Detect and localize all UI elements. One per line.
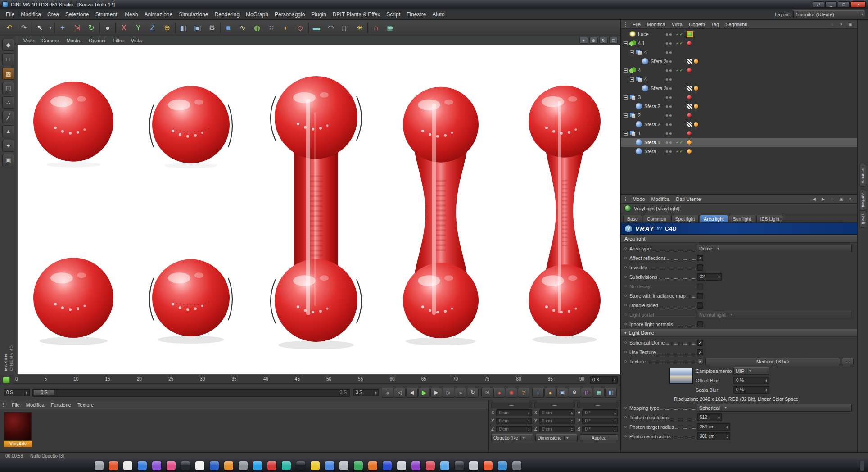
attribute-tab[interactable]: Sun light: [729, 215, 755, 222]
menu-item[interactable]: Personaggio: [271, 10, 308, 19]
lock-icon[interactable]: ▣: [838, 196, 845, 202]
selection-dropdown-icon[interactable]: ▾: [48, 21, 53, 35]
area-type-dropdown[interactable]: Dome: [697, 245, 852, 252]
attribute-tab[interactable]: IES Light: [756, 215, 784, 222]
expand-toggle[interactable]: [624, 95, 628, 100]
visibility-dots[interactable]: [666, 150, 672, 153]
team-render-icon[interactable]: P: [581, 388, 592, 398]
window-layout-button[interactable]: ⇄: [813, 1, 824, 8]
taskbar-app-icon[interactable]: [325, 461, 334, 470]
object-menu-item[interactable]: Modifica: [644, 21, 669, 28]
tag-icon[interactable]: [693, 104, 699, 109]
minimize-button[interactable]: _: [825, 1, 837, 8]
object-row[interactable]: 4 ✓✓: [621, 66, 857, 75]
size-field[interactable]: 0 cm: [539, 426, 575, 432]
object-menu-item[interactable]: Tag: [708, 21, 722, 28]
taskbar-app-icon[interactable]: [426, 461, 435, 470]
lock-x-icon[interactable]: X: [117, 21, 131, 35]
expand-toggle[interactable]: [630, 150, 634, 154]
visibility-dots[interactable]: [666, 33, 672, 36]
object-row[interactable]: 4: [621, 48, 857, 57]
tag-icon[interactable]: [693, 59, 699, 64]
expand-toggle[interactable]: [624, 132, 628, 136]
position-field[interactable]: 0 cm: [496, 418, 532, 424]
spline-pen-icon[interactable]: ∿: [236, 21, 249, 35]
size-field[interactable]: 0 cm: [539, 418, 575, 424]
taskbar-app-icon[interactable]: [239, 461, 248, 470]
boole-icon[interactable]: ◐: [279, 21, 293, 35]
scale-blur-field[interactable]: 0 %: [733, 386, 769, 394]
coords-size-dropdown[interactable]: Dimensione: [535, 434, 577, 441]
range-start-field[interactable]: 0 S: [4, 389, 30, 396]
play-icon[interactable]: ▶: [418, 388, 430, 398]
current-frame-marker[interactable]: [3, 377, 10, 383]
expand-toggle[interactable]: [630, 77, 634, 82]
taskbar-app-icon[interactable]: [109, 461, 118, 470]
render-picture-viewer-icon[interactable]: ▣: [191, 21, 204, 35]
panel-menu-icon[interactable]: ≡: [847, 196, 854, 202]
material-menu-item[interactable]: Funzione: [48, 401, 74, 408]
polygons-mode-icon[interactable]: ▲: [2, 125, 14, 137]
ignore-normals-checkbox[interactable]: [697, 321, 703, 327]
object-row[interactable]: 4: [621, 75, 857, 84]
history-back-icon[interactable]: ◀: [811, 196, 818, 202]
range-end-field[interactable]: 3 S: [353, 389, 379, 396]
texture-browse-button[interactable]: ...: [842, 358, 854, 365]
filter-icon[interactable]: ▾: [838, 21, 845, 27]
double-sided-checkbox[interactable]: [697, 302, 703, 309]
viewport-menu-item[interactable]: Filtro: [109, 37, 127, 44]
coords-header-dropdown[interactable]: —: [534, 402, 575, 408]
visibility-dots[interactable]: [666, 123, 672, 126]
texture-resolution-field[interactable]: 512: [697, 413, 722, 421]
menu-item[interactable]: MoGraph: [243, 10, 271, 19]
menu-item[interactable]: Plugin: [308, 10, 329, 19]
tag-icon[interactable]: [693, 86, 699, 91]
close-button[interactable]: ×: [850, 1, 866, 8]
taskbar-app-icon[interactable]: [455, 461, 464, 470]
taskbar-app-icon[interactable]: [411, 461, 420, 470]
camera-icon[interactable]: ◫: [339, 21, 352, 35]
expand-toggle[interactable]: [630, 141, 634, 145]
enable-checkmarks[interactable]: ✓✓: [676, 41, 683, 45]
live-selection-icon[interactable]: ↖: [33, 21, 47, 35]
dumbbell-object[interactable]: [271, 76, 362, 342]
tag-icon[interactable]: [687, 41, 692, 46]
texture-expand-button[interactable]: ▸: [697, 358, 704, 365]
object-row[interactable]: Sfera.2: [621, 57, 857, 66]
dock-tab[interactable]: Attributi: [860, 190, 866, 211]
instance-icon[interactable]: ◇: [294, 21, 307, 35]
sound-icon[interactable]: ⊘: [481, 388, 493, 398]
spherical-dome-checkbox[interactable]: ✓: [697, 340, 703, 346]
help-icon[interactable]: ?: [518, 388, 529, 398]
workplane-mode-icon[interactable]: ▤: [2, 82, 14, 94]
subdivisions-field[interactable]: 32: [697, 273, 722, 281]
preview-range-slider[interactable]: 0 S 3 S: [32, 389, 350, 397]
menu-item[interactable]: Strumenti: [92, 10, 122, 19]
panel-menu-icon[interactable]: ▣: [847, 21, 854, 27]
prev-key-icon[interactable]: ◁: [394, 388, 406, 398]
taskbar-app-icon[interactable]: [224, 461, 233, 470]
texture-preview-thumbnail[interactable]: [669, 368, 693, 384]
attribute-menu-item[interactable]: Modo: [629, 195, 648, 203]
title-bar[interactable]: CINEMA 4D R13.051 Studio - [Senza Titolo…: [0, 0, 868, 9]
content-browser-icon[interactable]: ▦: [593, 388, 605, 398]
taskbar-app-icon[interactable]: [498, 461, 507, 470]
dock-tab[interactable]: Livelli: [860, 210, 866, 228]
expand-toggle[interactable]: [624, 113, 628, 118]
attribute-tab[interactable]: Spot light: [671, 215, 699, 222]
object-row[interactable]: Sfera.1 ✓✓: [621, 138, 857, 147]
viewport-lock-icon[interactable]: ▣: [2, 154, 14, 166]
array-icon[interactable]: ∷: [265, 21, 278, 35]
tag-icon[interactable]: [687, 95, 692, 100]
sphere-object[interactable]: [33, 82, 113, 338]
visibility-dots[interactable]: [666, 114, 672, 117]
redo-icon[interactable]: ↷: [17, 21, 31, 35]
taskbar-app-icon[interactable]: [152, 461, 161, 470]
taskbar-app-icon[interactable]: [484, 461, 493, 470]
coords-header-dropdown[interactable]: —: [491, 402, 532, 408]
last-tool-icon[interactable]: ●: [101, 21, 114, 35]
expand-toggle[interactable]: [624, 41, 628, 45]
object-row[interactable]: 4.1 ✓✓: [621, 39, 857, 48]
menu-item[interactable]: Script: [383, 10, 403, 19]
taskbar-app-icon[interactable]: [440, 461, 449, 470]
